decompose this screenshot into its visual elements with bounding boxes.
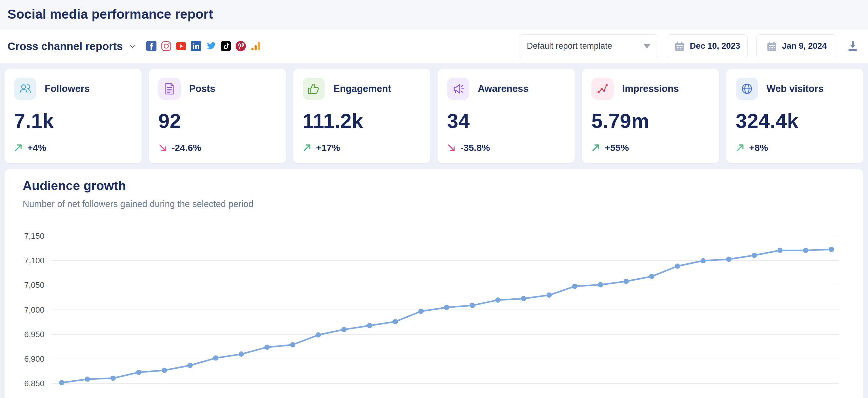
twitter-icon[interactable] <box>206 41 216 52</box>
posts-tile <box>158 78 181 100</box>
youtube-icon[interactable] <box>176 41 187 52</box>
chart-point[interactable] <box>572 284 578 289</box>
awareness-tile <box>447 78 469 100</box>
chart-point[interactable] <box>239 351 244 357</box>
users-icon <box>19 82 32 95</box>
chart-point[interactable] <box>290 342 295 347</box>
chart-point[interactable] <box>495 298 500 303</box>
metric-label: Impressions <box>622 83 679 94</box>
line-chart: 7,1507,1007,0507,0006,9506,9006,850 <box>5 169 863 398</box>
report-section-picker[interactable]: Cross channel reports <box>7 40 136 53</box>
metric-delta: -35.8% <box>460 143 490 153</box>
instagram-icon[interactable] <box>161 41 172 52</box>
top-title-bar: Social media performance report <box>0 0 868 29</box>
metric-card-followers: Followers 7.1k +4% <box>4 69 142 163</box>
metric-value: 7.1k <box>14 109 132 132</box>
metric-value: 111.2k <box>303 109 421 132</box>
report-template-select[interactable]: Default report template <box>519 34 658 58</box>
chart-point[interactable] <box>213 356 218 361</box>
chart-point[interactable] <box>162 368 167 373</box>
chart-point[interactable] <box>777 248 783 253</box>
chart-point[interactable] <box>547 293 552 298</box>
metric-label: Web visitors <box>767 83 824 94</box>
metric-card-impressions: Impressions 5.79m +55% <box>582 69 719 163</box>
chart-point[interactable] <box>700 258 706 263</box>
metric-value: 5.79m <box>591 109 710 132</box>
y-tick-label: 6,850 <box>5 379 44 388</box>
engagement-tile <box>303 78 325 100</box>
chart-point[interactable] <box>59 380 65 385</box>
pinterest-icon[interactable] <box>235 41 246 52</box>
date-to-value: Jan 9, 2024 <box>782 41 827 51</box>
metric-value: 34 <box>447 109 565 132</box>
chart-point[interactable] <box>341 327 347 332</box>
chevron-down-icon[interactable] <box>128 42 136 50</box>
metric-label: Awareness <box>478 83 528 94</box>
chart-point[interactable] <box>444 305 449 310</box>
metric-label: Posts <box>189 83 215 94</box>
document-icon <box>163 82 176 95</box>
trend-arrow-icon <box>14 144 23 152</box>
chart-point[interactable] <box>829 247 834 252</box>
caret-down-icon <box>644 44 650 49</box>
download-button[interactable] <box>846 39 860 53</box>
chart-point[interactable] <box>187 363 193 368</box>
metric-delta: +17% <box>316 143 340 153</box>
metric-label: Engagement <box>333 83 391 94</box>
metric-card-posts: Posts 92 -24.6% <box>149 69 286 163</box>
chart-line <box>62 249 831 382</box>
tiktok-icon[interactable] <box>220 41 231 52</box>
download-icon <box>846 40 859 53</box>
metric-card-awareness: Awareness 34 -35.8% <box>437 69 575 163</box>
y-tick-label: 7,150 <box>5 231 44 241</box>
chart-point[interactable] <box>649 274 654 279</box>
chart-point[interactable] <box>470 303 475 308</box>
megaphone-icon <box>452 82 465 95</box>
chart-point[interactable] <box>111 376 116 381</box>
date-to-picker[interactable]: Jan 9, 2024 <box>756 34 837 58</box>
globe-icon <box>740 82 753 95</box>
chart-point[interactable] <box>598 282 603 287</box>
metric-delta: -24.6% <box>172 143 201 153</box>
y-tick-label: 6,950 <box>5 330 44 339</box>
chart-point[interactable] <box>675 264 680 269</box>
y-tick-label: 7,100 <box>5 256 44 266</box>
chart-point[interactable] <box>367 323 372 328</box>
report-template-value: Default report template <box>527 41 644 51</box>
thumbs-up-icon <box>307 82 320 95</box>
metric-value: 324.4k <box>736 109 854 132</box>
date-from-picker[interactable]: Dec 10, 2023 <box>667 34 748 58</box>
chart-point[interactable] <box>85 376 90 382</box>
web-visitors-tile <box>736 78 758 100</box>
metric-card-web-visitors: Web visitors 324.4k +8% <box>726 69 864 163</box>
metric-label: Followers <box>45 83 90 94</box>
share-nodes-icon <box>596 82 609 95</box>
chart-point[interactable] <box>265 345 270 350</box>
section-title: Cross channel reports <box>7 40 123 53</box>
chart-point[interactable] <box>393 319 398 325</box>
chart-point[interactable] <box>521 296 526 301</box>
y-tick-label: 7,050 <box>5 280 44 290</box>
date-from-value: Dec 10, 2023 <box>690 41 740 51</box>
page-title: Social media performance report <box>7 7 213 22</box>
y-tick-label: 7,000 <box>5 305 44 315</box>
toolbar: Cross channel reports Default report tem… <box>0 29 868 64</box>
chart-point[interactable] <box>316 332 321 337</box>
facebook-icon[interactable] <box>146 41 157 52</box>
metric-value: 92 <box>158 109 277 132</box>
chart-point[interactable] <box>136 370 141 375</box>
metric-delta: +55% <box>605 143 629 153</box>
metric-delta: +8% <box>749 143 768 153</box>
y-tick-label: 6,900 <box>5 354 44 364</box>
linkedin-icon[interactable] <box>191 41 202 52</box>
toolbar-controls: Default report template Dec 10, 2023 Jan… <box>519 34 860 58</box>
chart-point[interactable] <box>623 279 629 284</box>
chart-point[interactable] <box>803 248 808 253</box>
trend-arrow-icon <box>158 144 167 152</box>
analytics-icon[interactable] <box>250 41 261 52</box>
chart-point[interactable] <box>752 253 757 258</box>
metric-card-engagement: Engagement 111.2k +17% <box>293 69 431 163</box>
metric-delta: +4% <box>27 143 46 153</box>
chart-point[interactable] <box>418 309 424 314</box>
chart-point[interactable] <box>726 257 732 262</box>
